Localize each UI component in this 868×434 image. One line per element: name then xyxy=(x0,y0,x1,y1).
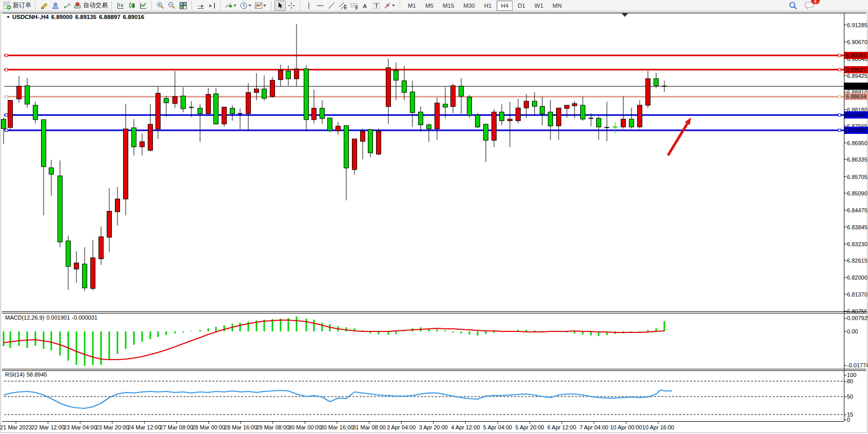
svg-text:T: T xyxy=(375,3,379,9)
fibonacci-button[interactable]: F xyxy=(348,1,360,11)
svg-text:24 Mar 12:00: 24 Mar 12:00 xyxy=(128,424,161,430)
svg-text:28 Mar 00:00: 28 Mar 00:00 xyxy=(192,424,225,430)
tab-timeframe-M1[interactable]: M1 xyxy=(404,1,420,11)
svg-text:5 Apr 04:00: 5 Apr 04:00 xyxy=(483,424,512,430)
tab-timeframe-W1[interactable]: W1 xyxy=(530,1,547,11)
line-chart-icon xyxy=(139,2,147,10)
community-icon xyxy=(51,2,60,10)
svg-text:0.00: 0.00 xyxy=(847,328,858,334)
bar-chart-button[interactable] xyxy=(115,1,126,11)
svg-text:6.82615: 6.82615 xyxy=(847,258,867,264)
svg-text:-0.017743: -0.017743 xyxy=(847,362,868,368)
crosshair-tool-button[interactable] xyxy=(286,1,297,11)
svg-text:31 Mar 08:00: 31 Mar 08:00 xyxy=(352,424,386,430)
toolbar-group-order: 新订单 xyxy=(2,0,32,11)
horizontal-line-icon xyxy=(316,2,324,10)
svg-text:23 Mar 20:00: 23 Mar 20:00 xyxy=(95,424,129,430)
vertical-line-button[interactable] xyxy=(303,1,314,11)
svg-text:23 Mar 04:00: 23 Mar 04:00 xyxy=(64,424,97,430)
tab-timeframe-H1[interactable]: H1 xyxy=(480,1,496,11)
svg-text:5 Apr 20:00: 5 Apr 20:00 xyxy=(515,424,544,430)
text-icon: A xyxy=(361,2,369,10)
chevron-down-icon xyxy=(248,5,251,7)
ohlc-high: 6.89135 xyxy=(75,14,96,20)
autotrading-icon xyxy=(73,2,82,10)
tab-timeframe-M30[interactable]: M30 xyxy=(459,1,479,11)
tab-timeframe-H4[interactable]: H4 xyxy=(497,1,512,11)
svg-text:50: 50 xyxy=(847,393,853,400)
zoom-out-icon xyxy=(168,2,176,10)
new-order-button[interactable]: 新订单 xyxy=(2,1,32,11)
chevron-down-icon xyxy=(263,5,266,7)
new-order-label: 新订单 xyxy=(13,1,31,10)
chart-canvas[interactable]: 6.912856.906706.900406.894256.888106.881… xyxy=(0,0,868,434)
text-tool-button[interactable]: A xyxy=(360,1,371,11)
autotrading-button[interactable]: 自动交易 xyxy=(72,1,109,11)
search-button[interactable] xyxy=(787,1,799,11)
toolbar-group-right: 1 xyxy=(787,1,816,11)
zoom-in-button[interactable] xyxy=(155,1,166,11)
svg-text:6.81370: 6.81370 xyxy=(847,291,867,298)
svg-text:6.89016: 6.89016 xyxy=(846,83,866,89)
signals-button[interactable] xyxy=(61,1,72,11)
channel-button[interactable]: E xyxy=(337,1,348,11)
ohlc-low: 6.88897 xyxy=(99,14,121,20)
toolbar-group-objects xyxy=(224,0,268,11)
community-button[interactable] xyxy=(50,1,61,11)
trendline-icon xyxy=(327,2,336,10)
tab-timeframe-MN[interactable]: MN xyxy=(548,1,566,11)
metatrader-window: 新订单 xyxy=(0,0,868,434)
text-label-button[interactable]: T xyxy=(371,1,382,11)
svg-text:28 Mar 16:00: 28 Mar 16:00 xyxy=(224,424,258,430)
tile-windows-icon xyxy=(179,2,187,10)
candlestick-chart-icon xyxy=(128,2,136,10)
zoom-in-icon xyxy=(156,2,165,10)
tab-timeframe-D1[interactable]: D1 xyxy=(514,1,529,11)
notifications-button[interactable]: 1 xyxy=(804,1,816,11)
bar-chart-icon xyxy=(116,2,125,10)
auto-scroll-button[interactable] xyxy=(195,1,206,11)
cursor-icon xyxy=(276,2,284,10)
zoom-out-button[interactable] xyxy=(166,1,177,11)
macd-indicator-label: MACD(12,26,9)0.001901-0.000031 xyxy=(5,314,100,321)
toolbar-group-scroll xyxy=(195,0,218,11)
cursor-tool-button[interactable] xyxy=(274,1,286,11)
chart-shift-button[interactable] xyxy=(206,1,218,11)
toolbar-separator xyxy=(111,2,112,10)
trendline-button[interactable] xyxy=(326,1,337,11)
svg-text:27 Mar 08:00: 27 Mar 08:00 xyxy=(160,424,193,430)
tab-timeframe-M5[interactable]: M5 xyxy=(421,1,438,11)
toolbar-group-services: 自动交易 xyxy=(38,0,109,11)
clock-icon xyxy=(240,2,248,10)
svg-text:F: F xyxy=(356,4,359,10)
svg-text:6.86335: 6.86335 xyxy=(847,156,867,163)
svg-text:6.82000: 6.82000 xyxy=(847,274,867,281)
new-chart-button[interactable] xyxy=(38,1,50,11)
indicators-button[interactable] xyxy=(224,1,239,11)
svg-text:6.87960: 6.87960 xyxy=(846,112,866,118)
svg-text:6.86950: 6.86950 xyxy=(847,140,867,146)
ohlc-close: 6.89016 xyxy=(123,14,145,20)
horizontal-line-button[interactable] xyxy=(314,1,326,11)
toolbar-separator xyxy=(400,2,401,10)
candlestick-chart-button[interactable] xyxy=(126,1,137,11)
svg-text:6.84475: 6.84475 xyxy=(847,207,867,213)
line-chart-button[interactable] xyxy=(137,1,149,11)
fibonacci-icon: F xyxy=(350,2,358,10)
periods-button[interactable] xyxy=(239,1,253,11)
toolbar-separator xyxy=(151,2,152,10)
arrows-button[interactable] xyxy=(382,1,397,11)
svg-text:4 Apr 12:00: 4 Apr 12:00 xyxy=(451,424,480,430)
symbol-dropdown-arrow[interactable]: ▼ xyxy=(6,15,10,19)
svg-text:22 Mar 12:00: 22 Mar 12:00 xyxy=(31,424,65,430)
rsi-indicator-label: RSI(14)58.8945 xyxy=(5,371,49,378)
svg-text:6 Apr 12:00: 6 Apr 12:00 xyxy=(547,424,576,430)
tile-windows-button[interactable] xyxy=(177,1,189,11)
templates-button[interactable] xyxy=(253,1,268,11)
arrows-icon xyxy=(383,2,391,10)
new-chart-icon xyxy=(40,2,48,10)
toolbar-separator xyxy=(35,2,36,10)
tab-timeframe-M15[interactable]: M15 xyxy=(439,1,458,11)
chevron-down-icon xyxy=(233,5,236,7)
main-toolbar: 新订单 xyxy=(0,0,868,11)
